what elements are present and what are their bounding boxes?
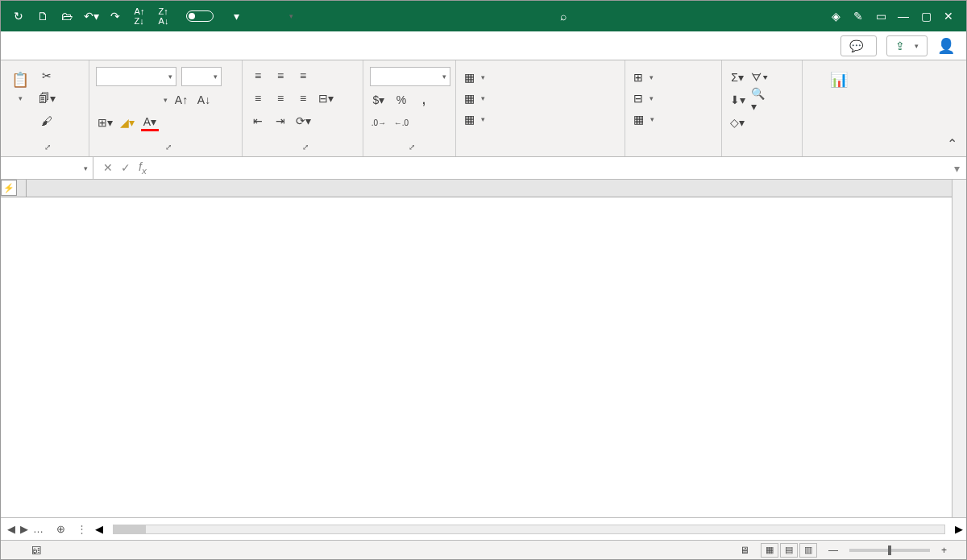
align-right-icon[interactable]: ≡ [294, 89, 312, 107]
conditional-formatting-button[interactable]: ▦▾ [463, 70, 487, 85]
format-icon: ▦ [633, 113, 644, 126]
autosum-button[interactable]: Σ▾ [728, 68, 746, 86]
delete-cells-button[interactable]: ⊟▾ [632, 91, 655, 106]
font-name-select[interactable]: ▾ [96, 67, 176, 86]
sheet-next-icon[interactable]: ▶ [20, 523, 28, 535]
analyze-data-button[interactable]: 📊 [826, 67, 852, 94]
clipboard-launcher[interactable]: ⤢ [44, 143, 51, 151]
paste-button[interactable]: 📋 ▾ [7, 67, 33, 104]
ribbon-tabs: 💬 ⇪ ▾ 👤 [1, 31, 966, 60]
display-settings-button[interactable]: 🖥 [740, 545, 749, 556]
clear-button[interactable]: ◇▾ [728, 114, 746, 131]
delete-icon: ⊟ [633, 92, 643, 105]
accessibility-icon[interactable]: 🗟 [31, 545, 41, 556]
find-select-button[interactable]: 🔍▾ [751, 91, 769, 109]
undo-icon[interactable]: ↶▾ [80, 5, 102, 27]
sheet-more-icon[interactable]: … [33, 523, 44, 535]
number-format-select[interactable]: ▾ [370, 67, 450, 86]
border-button[interactable]: ⊞▾ [96, 114, 114, 131]
orientation-icon[interactable]: ⟳▾ [294, 112, 312, 130]
fx-icon[interactable]: fx [139, 160, 147, 176]
account-icon[interactable]: 👤 [937, 37, 955, 55]
add-sheet-button[interactable]: ⊕ [50, 523, 72, 535]
sort-filter-button[interactable]: ᗊ▾ [751, 68, 769, 86]
comma-button[interactable]: , [415, 91, 433, 109]
cancel-formula-icon[interactable]: ✕ [103, 161, 113, 174]
decrease-decimal-icon[interactable]: ←.0 [392, 114, 410, 131]
increase-decimal-icon[interactable]: .0→ [370, 114, 388, 131]
title-bar: ↻ 🗋 🗁 ↶▾ ↷ A↑Z↓ Z↑A↓ ▾ ▾ ⌕ ◈ ✎ ▭ — ▢ ✕ [1, 1, 966, 31]
sort-desc-icon[interactable]: Z↑A↓ [152, 5, 175, 27]
fill-color-button[interactable]: ◢▾ [118, 114, 136, 131]
ribbon-options-icon[interactable]: ▭ [869, 5, 892, 27]
autosave-toggle[interactable] [181, 10, 218, 22]
page-break-view-button[interactable]: ▥ [799, 543, 817, 558]
number-launcher[interactable]: ⤢ [409, 143, 415, 151]
new-file-icon[interactable]: 🗋 [31, 5, 54, 27]
page-layout-view-button[interactable]: ▤ [780, 543, 798, 558]
sort-asc-icon[interactable]: A↑Z↓ [128, 5, 151, 27]
share-button[interactable]: ⇪ ▾ [886, 35, 928, 56]
align-center-icon[interactable]: ≡ [272, 89, 289, 107]
sheet-prev-icon[interactable]: ◀ [7, 523, 15, 535]
italic-button[interactable] [118, 91, 136, 109]
wrap-text-button[interactable] [317, 67, 334, 85]
name-box[interactable]: ▾ [1, 157, 93, 179]
hscroll-right-icon[interactable]: ▶ [952, 523, 966, 535]
align-left-icon[interactable]: ≡ [249, 89, 267, 107]
accounting-button[interactable]: $▾ [370, 91, 388, 109]
format-as-table-button[interactable]: ▦▾ [463, 91, 487, 106]
open-folder-icon[interactable]: 🗁 [56, 5, 78, 27]
align-middle-icon[interactable]: ≡ [272, 67, 289, 85]
underline-button[interactable] [141, 91, 159, 109]
normal-view-button[interactable]: ▦ [761, 543, 778, 558]
redo-icon[interactable]: ↷ [104, 5, 127, 27]
maximize-icon[interactable]: ▢ [915, 5, 937, 27]
enter-formula-icon[interactable]: ✓ [121, 161, 131, 174]
merge-center-button[interactable]: ⊟▾ [317, 89, 334, 107]
comments-button[interactable]: 💬 [840, 35, 877, 56]
increase-indent-icon[interactable]: ⇥ [272, 112, 289, 130]
collapse-ribbon-icon[interactable]: ⌃ [947, 136, 957, 151]
filename-dropdown-icon[interactable]: ▾ [280, 5, 302, 27]
horizontal-scrollbar[interactable] [113, 525, 945, 534]
expand-formula-bar-icon[interactable]: ▾ [948, 162, 966, 175]
zoom-in-button[interactable]: + [941, 545, 947, 556]
copy-icon[interactable]: 🗐▾ [38, 89, 56, 107]
font-color-button[interactable]: A▾ [141, 114, 159, 131]
vertical-scrollbar[interactable] [952, 180, 966, 517]
format-painter-icon[interactable]: 🖌 [38, 112, 56, 130]
font-launcher[interactable]: ⤢ [165, 143, 172, 151]
magic-icon[interactable]: ✎ [847, 5, 869, 27]
cell-styles-button[interactable]: ▦▾ [463, 112, 487, 127]
hscroll-left-icon[interactable]: ◀ [92, 523, 106, 535]
close-icon[interactable]: ✕ [937, 5, 960, 27]
search-icon[interactable]: ⌕ [552, 5, 575, 27]
zoom-out-button[interactable]: — [828, 545, 838, 556]
insert-cells-button[interactable]: ⊞▾ [632, 70, 655, 85]
refresh-icon[interactable]: ↻ [7, 5, 30, 27]
bold-button[interactable] [96, 91, 114, 109]
align-top-icon[interactable]: ≡ [249, 67, 267, 85]
tab-scroll-menu-icon[interactable]: ⋮ [72, 523, 92, 535]
alignment-launcher[interactable]: ⤢ [302, 143, 309, 151]
flash-fill-options-icon[interactable]: ⚡ [1, 180, 17, 196]
table-icon: ▦ [464, 92, 475, 105]
save-icon[interactable]: ▾ [225, 5, 247, 27]
align-bottom-icon[interactable]: ≡ [294, 67, 312, 85]
comment-icon: 💬 [849, 39, 863, 52]
insert-icon: ⊞ [633, 71, 643, 84]
decrease-font-icon[interactable]: A↓ [195, 91, 213, 109]
percent-button[interactable]: % [392, 91, 410, 109]
cut-icon[interactable]: ✂ [38, 67, 56, 85]
font-size-select[interactable]: ▾ [181, 67, 222, 86]
minimize-icon[interactable]: — [892, 5, 915, 27]
fill-button[interactable]: ⬇▾ [728, 91, 746, 109]
sheet-tab-bar: ◀ ▶ … ⊕ ⋮ ◀ ▶ [1, 517, 966, 540]
increase-font-icon[interactable]: A↑ [172, 91, 190, 109]
decrease-indent-icon[interactable]: ⇤ [249, 112, 267, 130]
format-cells-button[interactable]: ▦▾ [632, 112, 656, 127]
zoom-slider[interactable] [849, 549, 930, 552]
diamond-icon[interactable]: ◈ [824, 5, 847, 27]
formula-bar: ▾ ✕ ✓ fx ▾ [1, 157, 966, 180]
